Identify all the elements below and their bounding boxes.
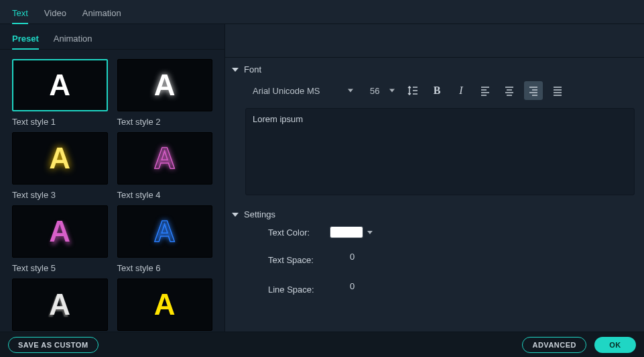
text-space-label: Text Space: <box>268 255 330 265</box>
text-space-input[interactable]: 0 <box>330 252 370 268</box>
preset-glyph: A <box>154 144 176 173</box>
sub-tabs: Preset Animation <box>0 24 224 50</box>
advanced-button[interactable]: ADVANCED <box>522 337 586 353</box>
section-settings-label: Settings <box>244 209 275 219</box>
section-font-header[interactable]: Font <box>232 62 635 81</box>
preset-item[interactable]: AText style 7 <box>12 278 108 332</box>
text-color-picker[interactable] <box>330 226 373 238</box>
preset-glyph: A <box>49 290 70 319</box>
ok-button[interactable]: OK <box>594 337 636 353</box>
top-tabs: Text Video Animation <box>0 0 644 24</box>
preset-thumb: A <box>117 205 213 258</box>
footer: SAVE AS CUSTOM ADVANCED OK <box>0 332 644 357</box>
chevron-down-icon <box>232 213 239 217</box>
preset-grid: AText style 1AText style 2AText style 3A… <box>0 50 224 332</box>
preset-panel: Preset Animation AText style 1AText styl… <box>0 24 225 332</box>
preset-label: Text style 1 <box>12 117 108 127</box>
preset-thumb: A <box>12 132 108 185</box>
align-right-button[interactable] <box>524 81 543 100</box>
properties-header-blank <box>225 24 644 58</box>
tab-animation[interactable]: Animation <box>82 4 121 23</box>
font-family-value: Arial Unicode MS <box>253 86 320 96</box>
preset-glyph: A <box>49 144 70 173</box>
text-color-swatch <box>330 226 363 238</box>
preset-glyph: A <box>154 290 176 319</box>
preset-item[interactable]: AText style 3 <box>12 132 108 200</box>
preset-item[interactable]: AText style 6 <box>117 205 213 273</box>
preset-label: Text style 3 <box>12 190 108 200</box>
preset-label: Text style 6 <box>117 263 213 273</box>
preset-label: Text style 5 <box>12 263 108 273</box>
preset-thumb: A <box>12 205 108 258</box>
preset-thumb: A <box>12 278 108 331</box>
save-as-custom-button[interactable]: SAVE AS CUSTOM <box>8 337 99 353</box>
preset-item[interactable]: AText style 4 <box>117 132 213 200</box>
preset-thumb: A <box>117 59 213 111</box>
preset-item[interactable]: AText style 2 <box>117 59 213 127</box>
preset-thumb: A <box>117 132 213 185</box>
line-space-input[interactable]: 0 <box>330 281 370 297</box>
align-justify-button[interactable] <box>548 81 567 100</box>
preset-glyph: A <box>49 217 70 246</box>
preset-glyph: A <box>154 70 176 100</box>
line-spacing-icon[interactable] <box>403 81 422 100</box>
font-family-select[interactable]: Arial Unicode MS <box>245 82 359 99</box>
font-toolbar: Arial Unicode MS 56 B I <box>232 81 635 100</box>
text-color-label: Text Color: <box>268 227 330 238</box>
preset-item[interactable]: AText style 1 <box>12 59 108 127</box>
subtab-preset[interactable]: Preset <box>12 30 39 50</box>
preset-label: Text style 4 <box>117 190 213 200</box>
align-left-button[interactable] <box>476 81 495 100</box>
section-settings-header[interactable]: Settings <box>232 207 635 226</box>
font-size-select[interactable]: 56 <box>365 82 398 99</box>
properties-panel: Font Arial Unicode MS 56 B I <box>225 24 644 332</box>
section-font-label: Font <box>244 64 261 74</box>
italic-button[interactable]: I <box>452 81 470 100</box>
font-size-value: 56 <box>370 86 379 96</box>
preset-item[interactable]: AText style 8 <box>117 278 213 332</box>
tab-video[interactable]: Video <box>44 4 66 23</box>
preset-glyph: A <box>154 217 176 246</box>
line-space-label: Line Space: <box>268 285 330 295</box>
chevron-down-icon <box>232 68 239 72</box>
preset-thumb: A <box>12 59 108 111</box>
align-center-button[interactable] <box>500 81 519 100</box>
preset-item[interactable]: AText style 5 <box>12 205 108 273</box>
preset-label: Text style 2 <box>117 117 213 127</box>
subtab-animation[interactable]: Animation <box>54 30 92 49</box>
preset-thumb: A <box>117 278 213 331</box>
text-content-input[interactable] <box>245 108 635 195</box>
tab-text[interactable]: Text <box>12 4 28 24</box>
preset-glyph: A <box>49 70 70 100</box>
bold-button[interactable]: B <box>428 81 446 100</box>
